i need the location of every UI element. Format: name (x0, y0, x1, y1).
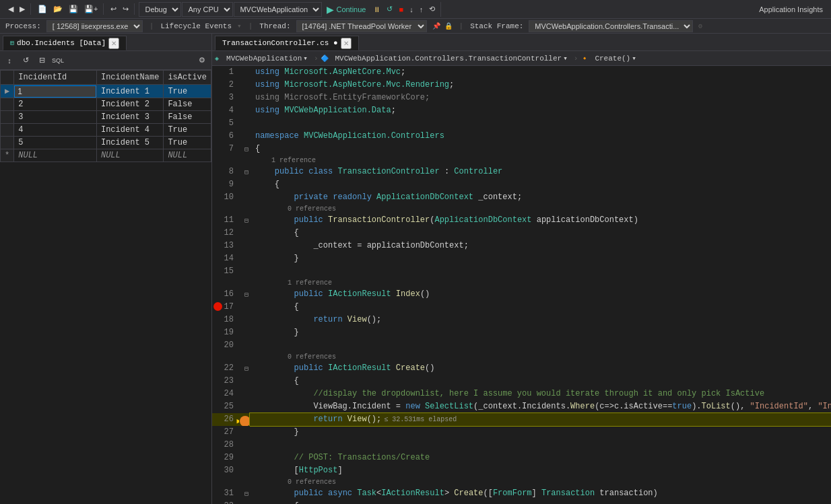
save-all-button[interactable]: 💾+ (81, 3, 100, 15)
process-select[interactable]: [ 12568] iisexpress.exe (46, 20, 143, 32)
refresh-button[interactable]: ↺ (19, 54, 32, 67)
script-button[interactable]: SQL (51, 54, 65, 67)
redo-button[interactable]: ↪ (120, 3, 131, 15)
forward-button[interactable]: ▶ (17, 3, 28, 15)
row-active-cell[interactable]: False (164, 98, 211, 111)
col-isactive-header[interactable]: isActive (164, 71, 211, 85)
mvc-icon: ◈ (215, 55, 219, 63)
restart-button[interactable]: ↺ (384, 3, 395, 15)
row-indicator (1, 124, 14, 137)
row-name-cell[interactable]: Incident 1 (96, 85, 163, 98)
editor-nav-bar: ◈ MVCWebApplication ▾ › 🔷 MVCWebApplicat… (212, 51, 831, 66)
code-line-20: 20 (212, 339, 831, 352)
debug-group: Debug Any CPU MVCWebApplication ▶ Contin… (136, 2, 441, 17)
stop-button[interactable]: ■ (396, 4, 406, 15)
step-back-button[interactable]: ⟲ (426, 3, 438, 15)
file-group: 📄 📂 💾 💾+ (32, 3, 104, 15)
project-dropdown[interactable]: MVCWebApplication (234, 2, 322, 17)
method-icon: 🔸 (580, 55, 589, 63)
code-line-11: 11 ⊟ public TransactionController(Applic… (212, 214, 831, 227)
row-active-cell[interactable]: True (164, 137, 211, 149)
row-id-cell[interactable]: 3 (14, 111, 97, 124)
row-active-cell[interactable]: True (164, 124, 211, 137)
code-line-27: 27 } (212, 426, 831, 439)
row-active-cell[interactable]: True (164, 85, 211, 98)
table-row[interactable]: 4 Incident 4 True (1, 124, 211, 137)
null-active-cell[interactable]: NULL (164, 149, 211, 162)
row-active-cell[interactable]: False (164, 111, 211, 124)
table-row-null[interactable]: * NULL NULL NULL (1, 149, 211, 162)
data-grid[interactable]: IncidentId IncidentName isActive ▶ Incid… (0, 70, 211, 504)
main-content: ⊞ dbo.Incidents [Data] ✕ ↕ ↺ ⊟ SQL ⚙ (0, 34, 831, 504)
back-button[interactable]: ◀ (5, 3, 16, 15)
stack-frame-label: Stack Frame: (470, 22, 523, 30)
table-row[interactable]: 3 Incident 3 False (1, 111, 211, 124)
code-line-3: 3 using Microsoft.EntityFrameworkCore; (212, 92, 831, 104)
save-button[interactable]: 💾 (66, 3, 81, 15)
code-line-9: 9 { (212, 178, 831, 191)
main-toolbar: ◀ ▶ 📄 📂 💾 💾+ ↩ ↪ Debug Any CPU MVCWebApp… (0, 0, 831, 19)
data-tab-label: dbo.Incidents [Data] (17, 39, 106, 47)
table-row[interactable]: 5 Incident 5 True (1, 137, 211, 149)
settings-button[interactable]: ⚙ (195, 54, 209, 67)
project-breadcrumb-label: MVCWebApplication (226, 55, 302, 63)
editor-tab-bar: TransactionController.cs ● ✕ (212, 34, 831, 51)
project-breadcrumb[interactable]: MVCWebApplication ▾ (223, 52, 311, 64)
row-id-cell[interactable] (14, 85, 97, 98)
panel-toolbar: ↕ ↺ ⊟ SQL ⚙ (0, 51, 211, 70)
code-editor[interactable]: 1 using Microsoft.AspNetCore.Mvc; 2 usin… (212, 66, 831, 504)
method-breadcrumb[interactable]: Create() ▾ (591, 52, 639, 64)
debug-dropdown[interactable]: Debug (139, 2, 181, 17)
table-row[interactable]: ▶ Incident 1 True (1, 85, 211, 98)
col-incidentid-header[interactable]: IncidentId (14, 71, 97, 85)
editor-tab-close[interactable]: ✕ (341, 38, 352, 49)
undo-button[interactable]: ↩ (108, 3, 119, 15)
class-breadcrumb-label: MVCWebApplication.Controllers.Transactio… (335, 55, 562, 63)
code-line-25: 25 ViewBag.Incident = new SelectList(_co… (212, 400, 831, 413)
row-name-cell[interactable]: Incident 5 (96, 137, 163, 149)
continue-button[interactable]: ▶ Continue (323, 3, 370, 16)
namespace-icon: 🔷 (321, 55, 329, 63)
incidents-table: IncidentId IncidentName isActive ▶ Incid… (0, 70, 211, 162)
row-indicator (1, 98, 14, 111)
user-avatar (240, 416, 251, 427)
class-breadcrumb[interactable]: MVCWebApplication.Controllers.Transactio… (331, 52, 570, 64)
thread-select[interactable]: [14764] .NET ThreadPool Worker (296, 20, 427, 32)
row-name-cell[interactable]: Incident 3 (96, 111, 163, 124)
col-indicator-header (1, 71, 14, 85)
filter-button[interactable]: ⊟ (35, 54, 48, 67)
editor-tab[interactable]: TransactionController.cs ● ✕ (215, 36, 359, 50)
step-out-button[interactable]: ↑ (417, 4, 426, 15)
code-line-16: 16 ⊟ public IActionResult Index() (212, 288, 831, 301)
null-name-cell[interactable]: NULL (96, 149, 163, 162)
table-row[interactable]: 2 Incident 2 False (1, 98, 211, 111)
sort-button[interactable]: ↕ (3, 54, 16, 67)
row-id-cell[interactable]: 4 (14, 124, 97, 137)
thread-label: Thread: (259, 22, 290, 30)
col-incidentname-header[interactable]: IncidentName (96, 71, 163, 85)
data-tab[interactable]: ⊞ dbo.Incidents [Data] ✕ (3, 36, 127, 50)
row-id-cell[interactable]: 2 (14, 98, 97, 111)
data-tab-close[interactable]: ✕ (108, 38, 119, 49)
row-indicator (1, 137, 14, 149)
row-name-cell[interactable]: Incident 2 (96, 98, 163, 111)
platform-dropdown[interactable]: Any CPU (182, 2, 233, 17)
row-indicator (1, 111, 14, 124)
step-over-button[interactable]: ⏸ (370, 4, 383, 15)
id-edit-input[interactable] (14, 85, 96, 98)
row-id-cell[interactable]: 5 (14, 137, 97, 149)
row-name-cell[interactable]: Incident 4 (96, 124, 163, 137)
new-file-button[interactable]: 📄 (35, 3, 50, 15)
app-insights-button[interactable]: Application Insights (754, 4, 828, 15)
stack-frame-select[interactable]: MVCWebApplication.Controllers.Transacti.… (529, 20, 693, 32)
null-id-cell[interactable]: NULL (14, 149, 97, 162)
code-line-23: 23 { (212, 375, 831, 388)
code-line-1: 1 using Microsoft.AspNetCore.Mvc; (212, 66, 831, 79)
row-indicator: ▶ (1, 85, 14, 98)
step-into-button[interactable]: ↓ (407, 4, 416, 15)
data-tab-bar: ⊞ dbo.Incidents [Data] ✕ (0, 34, 211, 51)
editor-tab-label: TransactionController.cs ● (222, 39, 338, 47)
code-line-10: 10 private readonly ApplicationDbContext… (212, 191, 831, 204)
code-line-8-hint: 1 reference (212, 155, 831, 166)
open-file-button[interactable]: 📂 (51, 3, 65, 15)
